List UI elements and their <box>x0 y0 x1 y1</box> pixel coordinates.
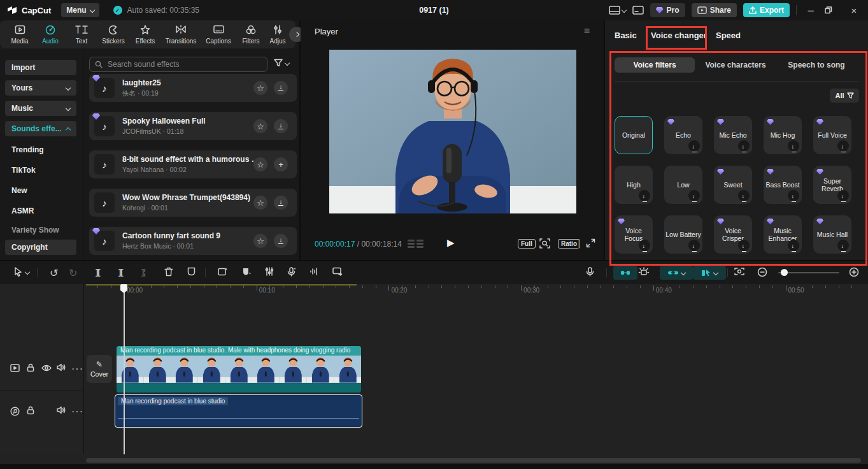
tab-filters[interactable]: Filters <box>236 25 266 45</box>
lock-icon[interactable] <box>27 406 34 415</box>
favorite-button[interactable]: ☆ <box>253 157 267 171</box>
download-icon[interactable]: ↓ <box>837 140 849 152</box>
player-menu-icon[interactable]: ≡ <box>584 25 590 37</box>
sidebar-item-asmr[interactable]: ASMR <box>11 206 34 215</box>
split-left-icon[interactable]: ][ <box>96 267 100 277</box>
tab-voice-changer[interactable]: Voice changer <box>651 31 707 40</box>
sidebar-item-sound-effects[interactable]: Sounds effe... <box>5 121 76 136</box>
voice-filter-card[interactable]: Sweet↓ <box>714 166 752 204</box>
search-input[interactable] <box>106 59 262 69</box>
voice-filter-card[interactable]: Voice Focus↓ <box>615 215 653 254</box>
sidebar-item-copyright[interactable]: Copyright <box>5 240 76 255</box>
export-button[interactable]: Export <box>743 3 790 17</box>
voice-filter-card[interactable]: Full Voice↓ <box>813 116 851 154</box>
sound-card[interactable]: ♪8-bit sound effect with a humorous fee.… <box>89 150 297 178</box>
download-button[interactable]: ↓ <box>274 196 288 210</box>
sidebar-item-trending[interactable]: Trending <box>11 145 44 154</box>
redo-icon[interactable]: ↻ <box>69 267 77 279</box>
mask-icon[interactable] <box>187 267 196 276</box>
add-button[interactable]: + <box>274 157 288 171</box>
subtab-voice-characters[interactable]: Voice characters <box>702 61 769 69</box>
download-icon[interactable]: ↓ <box>688 190 700 201</box>
download-icon[interactable]: ↓ <box>738 240 750 251</box>
snap-icon[interactable] <box>638 267 650 277</box>
favorite-button[interactable]: ☆ <box>253 81 267 95</box>
voice-filter-card[interactable]: Mic Hog↓ <box>764 116 802 154</box>
add-frame-icon[interactable] <box>218 267 228 276</box>
link-toggle[interactable] <box>660 266 693 280</box>
waveform-icon[interactable] <box>309 267 318 276</box>
download-icon[interactable]: ↓ <box>738 140 750 152</box>
split-right-icon[interactable]: ]¦ <box>141 267 145 277</box>
voice-filter-card[interactable]: Music Enhancer↓ <box>764 215 802 254</box>
cover-button[interactable]: ✎ Cover <box>87 355 112 383</box>
mixer-icon[interactable] <box>265 267 274 276</box>
search-bar[interactable] <box>89 57 267 72</box>
slider-handle[interactable] <box>781 269 788 276</box>
record-voiceover-icon[interactable] <box>586 267 594 277</box>
sidebar-item-variety-show[interactable]: Variety Show <box>11 226 59 234</box>
tab-effects[interactable]: Effects <box>130 25 160 45</box>
voice-filter-card[interactable]: Mic Echo↓ <box>714 116 752 154</box>
sidebar-item-music[interactable]: Music <box>5 101 76 116</box>
download-button[interactable]: ↓ <box>274 81 288 95</box>
download-button[interactable]: ↓ <box>274 234 288 248</box>
download-icon[interactable]: ↓ <box>688 240 700 251</box>
play-button[interactable]: ▶ <box>447 237 455 249</box>
playhead-line[interactable] <box>124 284 125 454</box>
ratio-button[interactable]: Ratio <box>558 239 580 249</box>
tab-captions[interactable]: Captions <box>201 25 236 45</box>
full-button[interactable]: Full <box>518 239 536 249</box>
voice-filter-card[interactable]: High↓ <box>615 166 653 204</box>
tab-adjustment[interactable]: Adjus <box>266 25 289 45</box>
track-stack-icon[interactable] <box>408 240 423 248</box>
preview-axis-icon[interactable] <box>734 267 745 276</box>
minimize-button[interactable]: ─ <box>803 6 818 15</box>
zoom-out-icon[interactable] <box>757 267 767 277</box>
menu-button[interactable]: Menu <box>61 3 99 17</box>
lock-icon[interactable] <box>27 363 34 372</box>
tab-stickers[interactable]: Stickers <box>97 25 130 45</box>
zoom-in-icon[interactable] <box>849 267 859 277</box>
sidebar-item-tiktok[interactable]: TikTok <box>11 166 36 175</box>
tab-text[interactable]: Text <box>66 25 97 45</box>
tab-basic[interactable]: Basic <box>615 31 637 40</box>
share-button[interactable]: Share <box>692 3 737 17</box>
tab-audio[interactable]: Audio <box>34 25 66 45</box>
voice-filter-card[interactable]: Low↓ <box>664 166 702 204</box>
favorite-button[interactable]: ☆ <box>253 196 267 210</box>
speaker-icon[interactable] <box>57 406 66 414</box>
audio-clip-selected[interactable]: Man recording podcast in blue studio <box>115 394 362 428</box>
sound-card[interactable]: ♪laughter25佚名 · 00:19☆↓ <box>89 74 297 102</box>
visibility-eye-icon[interactable] <box>41 364 52 372</box>
download-icon[interactable]: ↓ <box>788 140 799 152</box>
sidebar-item-import[interactable]: Import <box>5 60 76 75</box>
close-button[interactable]: × <box>846 5 862 16</box>
smart-badge-icon[interactable] <box>242 267 252 276</box>
undo-icon[interactable]: ↺ <box>50 267 58 279</box>
video-clip[interactable]: Man recording podcast in blue studio. Ma… <box>117 346 361 393</box>
notes-panel-icon[interactable] <box>632 6 644 15</box>
download-icon[interactable]: ↓ <box>639 190 650 201</box>
library-filter-button[interactable] <box>274 59 289 67</box>
voice-effect-icon[interactable] <box>287 267 296 277</box>
split-icon[interactable]: ][ <box>118 267 123 277</box>
voice-filter-all-button[interactable]: All <box>830 89 859 103</box>
download-icon[interactable]: ↓ <box>788 190 799 201</box>
favorite-button[interactable]: ☆ <box>253 234 267 248</box>
voice-filter-card[interactable]: Voice Crisper↓ <box>714 215 752 254</box>
sidebar-item-yours[interactable]: Yours <box>5 80 76 96</box>
zoom-select-icon[interactable] <box>539 238 550 249</box>
download-icon[interactable]: ↓ <box>837 190 849 201</box>
voice-filter-card[interactable]: Bass Boost↓ <box>764 166 802 204</box>
select-tool-icon[interactable] <box>14 267 29 277</box>
download-icon[interactable]: ↓ <box>837 240 849 251</box>
delete-icon[interactable] <box>164 267 173 277</box>
pro-button[interactable]: Pro <box>650 3 685 17</box>
voice-filter-card[interactable]: Echo↓ <box>664 116 702 154</box>
subtab-voice-filters[interactable]: Voice filters <box>615 57 695 73</box>
download-icon[interactable]: ↓ <box>738 190 750 201</box>
voice-filter-card[interactable]: Super Reverb↓ <box>813 166 851 204</box>
tab-media[interactable]: Media <box>5 25 34 45</box>
download-button[interactable]: ↓ <box>274 119 288 133</box>
